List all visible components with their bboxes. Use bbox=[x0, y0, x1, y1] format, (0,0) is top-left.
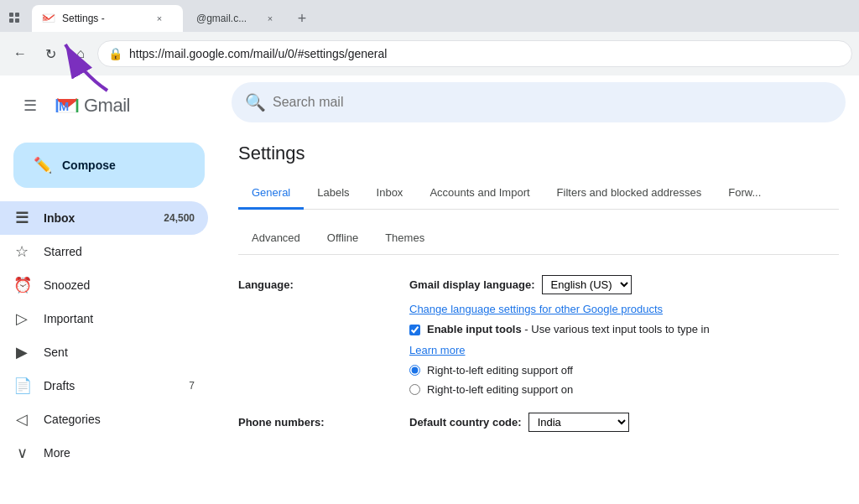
svg-text:M: M bbox=[43, 16, 48, 22]
sidebar-item-sent[interactable]: ▶ Sent bbox=[0, 335, 208, 369]
default-country-label: Default country code: bbox=[409, 416, 522, 429]
rtl-off-row: Right-to-left editing support off bbox=[409, 364, 839, 377]
svg-rect-2 bbox=[9, 18, 13, 23]
svg-rect-0 bbox=[9, 13, 13, 17]
settings-tabs-row2: Advanced Offline Themes bbox=[238, 223, 839, 255]
star-icon: ☆ bbox=[13, 242, 30, 261]
sidebar-header: ☰ M Gmail bbox=[0, 82, 218, 136]
settings-container: Settings General Labels Inbox Accounts a… bbox=[218, 129, 859, 504]
address-text: https://mail.google.com/mail/u/0/#settin… bbox=[129, 47, 841, 60]
drafts-count: 7 bbox=[189, 380, 195, 392]
home-button[interactable]: ⌂ bbox=[67, 40, 94, 67]
rtl-on-row: Right-to-left editing support on bbox=[409, 383, 839, 396]
sidebar-item-inbox[interactable]: ☰ Inbox 24,500 bbox=[0, 201, 208, 235]
new-tab-button[interactable]: + bbox=[290, 7, 314, 30]
tab-labels[interactable]: Labels bbox=[304, 178, 362, 210]
rtl-on-radio[interactable] bbox=[409, 384, 420, 395]
tab-favicon: M bbox=[42, 12, 55, 25]
language-select[interactable]: English (US) bbox=[542, 275, 632, 294]
language-setting-row: Language: Gmail display language: Englis… bbox=[238, 275, 839, 396]
tab-offline[interactable]: Offline bbox=[314, 223, 372, 255]
gmail-m-icon: M bbox=[54, 92, 81, 119]
inactive-tab[interactable]: @gmail.c... × bbox=[186, 5, 287, 32]
active-tab[interactable]: M Settings - × bbox=[32, 5, 183, 32]
country-code-row: Default country code: India bbox=[409, 413, 839, 432]
compose-button[interactable]: ✏️ Compose bbox=[13, 143, 205, 188]
tab-general[interactable]: General bbox=[238, 178, 304, 210]
language-value: Gmail display language: English (US) Cha… bbox=[409, 275, 839, 396]
important-label: Important bbox=[44, 312, 195, 325]
language-label: Language: bbox=[238, 275, 389, 396]
tab-forwarding[interactable]: Forw... bbox=[715, 178, 774, 210]
tab-advanced[interactable]: Advanced bbox=[238, 223, 314, 255]
drafts-label: Drafts bbox=[44, 379, 175, 392]
drafts-icon: 📄 bbox=[13, 377, 30, 395]
tab-grid-icon[interactable] bbox=[7, 10, 23, 27]
phone-setting-row: Phone numbers: Default country code: Ind… bbox=[238, 413, 839, 432]
active-tab-title: Settings - bbox=[62, 13, 146, 24]
more-label: More bbox=[44, 446, 195, 460]
phone-value: Default country code: India bbox=[409, 413, 839, 432]
learn-more-link[interactable]: Learn more bbox=[409, 342, 839, 357]
refresh-button[interactable]: ↻ bbox=[37, 40, 64, 67]
hamburger-button[interactable]: ☰ bbox=[13, 89, 47, 122]
rtl-off-radio[interactable] bbox=[409, 365, 420, 376]
settings-title: Settings bbox=[238, 143, 839, 164]
sidebar-item-snoozed[interactable]: ⏰ Snoozed bbox=[0, 268, 208, 302]
tab-themes[interactable]: Themes bbox=[372, 223, 438, 255]
inbox-count: 24,500 bbox=[164, 212, 195, 224]
enable-input-tools-row: Enable input tools - Use various text in… bbox=[409, 323, 839, 335]
sidebar: ☰ M Gmail ✏️ bbox=[0, 75, 218, 504]
phone-label: Phone numbers: bbox=[238, 413, 389, 432]
tab-filters[interactable]: Filters and blocked addresses bbox=[544, 178, 716, 210]
browser-chrome: M Settings - × @gmail.c... × + ← ↻ ⌂ 🔒 h… bbox=[0, 0, 859, 75]
snoozed-label: Snoozed bbox=[44, 278, 195, 292]
sent-icon: ▶ bbox=[13, 343, 30, 361]
categories-label: Categories bbox=[44, 413, 195, 426]
sidebar-item-categories[interactable]: ◁ Categories bbox=[0, 403, 208, 436]
important-icon: ▷ bbox=[13, 309, 30, 328]
app-container: ☰ M Gmail ✏️ bbox=[0, 75, 859, 504]
country-code-select[interactable]: India bbox=[528, 413, 629, 432]
sidebar-item-more[interactable]: ∨ More bbox=[0, 436, 208, 470]
inbox-label: Inbox bbox=[44, 211, 150, 225]
tab-inbox[interactable]: Inbox bbox=[363, 178, 417, 210]
change-lang-link[interactable]: Change language settings for other Googl… bbox=[409, 301, 839, 316]
sent-label: Sent bbox=[44, 346, 195, 359]
inactive-tab-title: @gmail.c... bbox=[196, 13, 258, 24]
nav-bar: ← ↻ ⌂ 🔒 https://mail.google.com/mail/u/0… bbox=[0, 32, 859, 75]
back-button[interactable]: ← bbox=[7, 40, 34, 67]
lock-icon: 🔒 bbox=[108, 47, 122, 60]
search-icon: 🔍 bbox=[245, 92, 266, 112]
display-lang-label: Gmail display language: bbox=[409, 278, 535, 291]
clock-icon: ⏰ bbox=[13, 276, 30, 294]
inactive-tab-close-button[interactable]: × bbox=[263, 12, 277, 25]
starred-label: Starred bbox=[44, 245, 195, 258]
search-input[interactable] bbox=[273, 95, 832, 110]
categories-icon: ◁ bbox=[13, 410, 30, 429]
lang-display-row: Gmail display language: English (US) bbox=[409, 275, 839, 294]
search-bar: 🔍 bbox=[232, 82, 846, 122]
tab-close-button[interactable]: × bbox=[153, 12, 166, 25]
sidebar-item-important[interactable]: ▷ Important bbox=[0, 302, 208, 335]
rtl-off-label: Right-to-left editing support off bbox=[427, 364, 573, 377]
address-bar[interactable]: 🔒 https://mail.google.com/mail/u/0/#sett… bbox=[97, 40, 852, 67]
compose-icon: ✏️ bbox=[34, 156, 52, 174]
svg-rect-3 bbox=[15, 18, 19, 23]
main-content: 🔍 Settings General Labels Inbox Accounts… bbox=[218, 75, 859, 504]
svg-text:M: M bbox=[59, 100, 69, 113]
inbox-icon: ☰ bbox=[13, 209, 30, 227]
settings-tabs-row1: General Labels Inbox Accounts and Import… bbox=[238, 178, 839, 210]
rtl-radio-group: Right-to-left editing support off Right-… bbox=[409, 364, 839, 396]
sidebar-item-drafts[interactable]: 📄 Drafts 7 bbox=[0, 369, 208, 403]
sidebar-item-starred[interactable]: ☆ Starred bbox=[0, 235, 208, 268]
svg-rect-1 bbox=[15, 13, 19, 17]
more-chevron-icon: ∨ bbox=[13, 444, 30, 462]
enable-input-tools-checkbox[interactable] bbox=[409, 325, 420, 335]
gmail-text-label: Gmail bbox=[84, 95, 130, 117]
enable-input-tools-label: Enable input tools - Use various text in… bbox=[427, 323, 710, 335]
tab-accounts-import[interactable]: Accounts and Import bbox=[416, 178, 543, 210]
gmail-logo: M Gmail bbox=[54, 92, 130, 119]
rtl-on-label: Right-to-left editing support on bbox=[427, 383, 573, 396]
tab-bar: M Settings - × @gmail.c... × + bbox=[0, 0, 859, 32]
